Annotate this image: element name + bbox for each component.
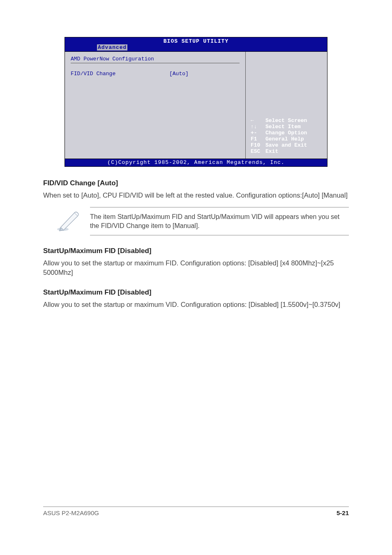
keyhelp-action: Select Screen bbox=[265, 117, 307, 124]
keyhelp-row: F1 General Help bbox=[251, 136, 324, 142]
bios-window-title: BIOS SETUP UTILITY bbox=[164, 38, 228, 44]
heading-startup-vid: StartUp/Maximum FID [Disabled] bbox=[43, 288, 349, 297]
page-footer: ASUS P2-M2A690G 5-21 bbox=[43, 507, 349, 516]
keyhelp-action: Save and Exit bbox=[265, 142, 307, 148]
setting-label: FID/VID Change bbox=[71, 71, 169, 77]
bios-titlebar: BIOS SETUP UTILITY Advanced bbox=[65, 37, 327, 52]
keyhelp-action: Select Item bbox=[265, 124, 301, 130]
heading-fid-vid-change: FID/VID Change [Auto] bbox=[43, 179, 349, 187]
keyhelp-row: ESC Exit bbox=[251, 148, 324, 154]
footer-product: ASUS P2-M2A690G bbox=[43, 509, 99, 516]
keyhelp-row: +- Change Option bbox=[251, 130, 324, 136]
bios-body: AMD PowerNow Configuration FID/VID Chang… bbox=[65, 52, 327, 159]
bios-screenshot: BIOS SETUP UTILITY Advanced AMD PowerNow… bbox=[65, 37, 327, 167]
bios-section-header: AMD PowerNow Configuration bbox=[71, 56, 240, 63]
note-text: The item StartUp/Maximum FID and StartUp… bbox=[90, 207, 349, 235]
arrow-left-icon: ← bbox=[251, 117, 265, 124]
bios-help-panel: ← Select Screen ↑↓ Select Item +- Change… bbox=[246, 52, 327, 159]
bios-key-help: ← Select Screen ↑↓ Select Item +- Change… bbox=[251, 117, 324, 154]
paragraph: When set to [Auto], CPU FID/VID will be … bbox=[43, 191, 349, 200]
footer-page-number: 5-21 bbox=[337, 509, 349, 516]
paragraph: Allow you to set the startup or maximum … bbox=[43, 300, 349, 309]
setting-fid-vid-change[interactable]: FID/VID Change [Auto] bbox=[71, 71, 240, 77]
key-f1: F1 bbox=[251, 136, 265, 142]
pencil-note-icon bbox=[56, 207, 81, 233]
keyhelp-action: Exit bbox=[265, 148, 278, 154]
tab-advanced[interactable]: Advanced bbox=[97, 44, 127, 51]
key-f10: F10 bbox=[251, 142, 265, 148]
bios-main-panel: AMD PowerNow Configuration FID/VID Chang… bbox=[65, 52, 246, 159]
heading-startup-fid: StartUp/Maximum FID [Disabled] bbox=[43, 247, 349, 255]
keyhelp-row: F10 Save and Exit bbox=[251, 142, 324, 148]
setting-value: [Auto] bbox=[169, 71, 189, 77]
keyhelp-action: Change Option bbox=[265, 130, 307, 136]
note-callout: The item StartUp/Maximum FID and StartUp… bbox=[56, 207, 349, 235]
keyhelp-row: ← Select Screen bbox=[251, 117, 324, 124]
plusminus-icon: +- bbox=[251, 130, 265, 136]
bios-copyright: (C)Copyright 1985-2002, American Megatre… bbox=[65, 159, 327, 167]
keyhelp-row: ↑↓ Select Item bbox=[251, 124, 324, 130]
arrows-updown-icon: ↑↓ bbox=[251, 124, 265, 130]
key-esc: ESC bbox=[251, 148, 265, 154]
keyhelp-action: General Help bbox=[265, 136, 304, 142]
paragraph: Allow you to set the startup or maximum … bbox=[43, 258, 349, 277]
